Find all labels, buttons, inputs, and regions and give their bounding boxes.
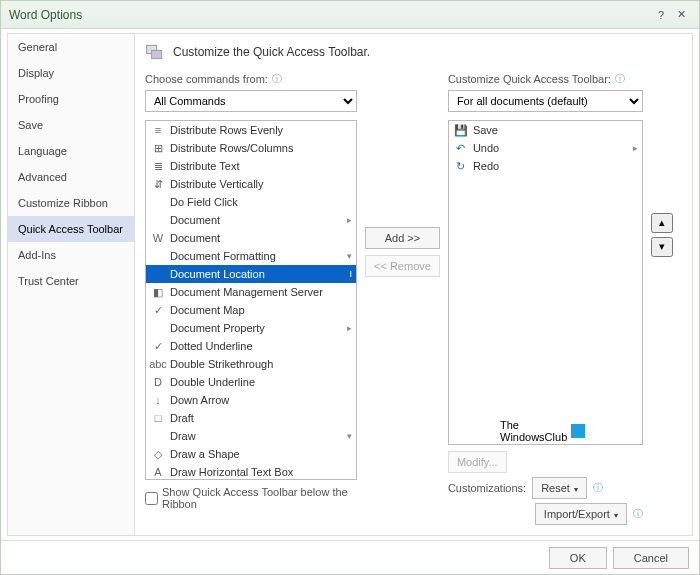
move-up-button[interactable]: ▴ [651,213,673,233]
sidebar-item-add-ins[interactable]: Add-Ins [8,242,134,268]
commands-list[interactable]: ≡Distribute Rows Evenly⊞Distribute Rows/… [145,120,357,480]
item-label: Document [170,214,220,226]
list-item[interactable]: ↓Down Arrow [146,391,356,409]
dialog-footer: OK Cancel [1,540,699,574]
item-icon: □ [150,411,166,425]
info-icon[interactable]: ⓘ [593,481,603,495]
item-icon: abc [150,357,166,371]
list-item[interactable]: WDocument [146,229,356,247]
reset-button[interactable]: Reset [532,477,587,499]
item-icon [150,249,166,263]
item-label: Double Underline [170,376,255,388]
sidebar-item-trust-center[interactable]: Trust Center [8,268,134,294]
show-below-ribbon-input[interactable] [145,492,158,505]
item-icon: ≣ [150,159,166,173]
sidebar-item-general[interactable]: General [8,34,134,60]
list-item[interactable]: ✓Document Map [146,301,356,319]
item-label: Distribute Rows/Columns [170,142,293,154]
panel-heading: Customize the Quick Access Toolbar. [173,45,370,59]
list-item[interactable]: Document Formatting▾ [146,247,356,265]
list-item[interactable]: ↶Undo▸ [449,139,642,157]
list-item[interactable]: ◇Draw a Shape [146,445,356,463]
item-icon: 💾 [453,123,469,137]
sidebar-item-display[interactable]: Display [8,60,134,86]
list-item[interactable]: ADraw Horizontal Text Box [146,463,356,480]
list-item[interactable]: ✓Dotted Underline [146,337,356,355]
item-icon [150,195,166,209]
word-options-window: Word Options ? ✕ GeneralDisplayProofingS… [0,0,700,575]
sidebar-item-proofing[interactable]: Proofing [8,86,134,112]
item-label: Draw Horizontal Text Box [170,466,293,478]
item-label: Undo [473,142,499,154]
item-icon: D [150,375,166,389]
list-item[interactable]: Document▸ [146,211,356,229]
list-item[interactable]: □Draft [146,409,356,427]
ok-button[interactable]: OK [549,547,607,569]
list-item[interactable]: ◧Document Management Server [146,283,356,301]
modify-button[interactable]: Modify... [448,451,507,473]
item-icon [150,213,166,227]
info-icon[interactable]: ⓘ [272,72,282,86]
svg-rect-1 [152,50,162,58]
item-label: Document Location [170,268,265,280]
item-label: Save [473,124,498,136]
item-label: Down Arrow [170,394,229,406]
item-icon [150,321,166,335]
item-label: Document [170,232,220,244]
item-icon [150,267,166,281]
item-label: Do Field Click [170,196,238,208]
add-remove-col: Add >> << Remove [365,72,440,432]
item-icon: ↻ [453,159,469,173]
list-item[interactable]: ≣Distribute Text [146,157,356,175]
item-icon: ◇ [150,447,166,461]
help-button[interactable]: ? [651,9,671,21]
remove-button[interactable]: << Remove [365,255,440,277]
watermark-square-icon [571,424,585,438]
submenu-indicator-icon: ▾ [347,431,352,441]
list-item[interactable]: Document Property▸ [146,319,356,337]
info-icon[interactable]: ⓘ [615,72,625,86]
sidebar-item-customize-ribbon[interactable]: Customize Ribbon [8,190,134,216]
list-item[interactable]: ≡Distribute Rows Evenly [146,121,356,139]
list-item[interactable]: DDouble Underline [146,373,356,391]
cancel-button[interactable]: Cancel [613,547,689,569]
sidebar-item-advanced[interactable]: Advanced [8,164,134,190]
list-item[interactable]: 💾Save [449,121,642,139]
list-item[interactable]: abcDouble Strikethrough [146,355,356,373]
list-item[interactable]: Draw▾ [146,427,356,445]
item-label: Document Property [170,322,265,334]
customize-qat-dropdown[interactable]: For all documents (default) [448,90,643,112]
item-icon: ✓ [150,303,166,317]
add-button[interactable]: Add >> [365,227,440,249]
sidebar-item-quick-access-toolbar[interactable]: Quick Access Toolbar [8,216,134,242]
sidebar-item-save[interactable]: Save [8,112,134,138]
item-icon: ↶ [453,141,469,155]
window-title: Word Options [9,8,82,22]
choose-commands-dropdown[interactable]: All Commands [145,90,357,112]
item-label: Draw a Shape [170,448,240,460]
info-icon[interactable]: ⓘ [633,507,643,521]
item-label: Distribute Vertically [170,178,264,190]
list-item[interactable]: Document LocationI [146,265,356,283]
watermark: The WindowsClub [500,419,585,443]
submenu-indicator-icon: ▸ [347,323,352,333]
list-item[interactable]: ⇵Distribute Vertically [146,175,356,193]
list-item[interactable]: ↻Redo [449,157,642,175]
close-button[interactable]: ✕ [671,8,691,21]
item-label: Double Strikethrough [170,358,273,370]
category-sidebar: GeneralDisplayProofingSaveLanguageAdvanc… [7,33,135,536]
item-icon: ⊞ [150,141,166,155]
choose-commands-col: Choose commands from:ⓘ All Commands ≡Dis… [145,72,357,514]
qat-list[interactable]: 💾Save↶Undo▸↻Redo [448,120,643,445]
import-export-button[interactable]: Import/Export [535,503,627,525]
show-below-ribbon-checkbox[interactable]: Show Quick Access Toolbar below the Ribb… [145,486,357,510]
item-label: Document Formatting [170,250,276,262]
move-down-button[interactable]: ▾ [651,237,673,257]
modify-row: Modify... [448,451,643,473]
item-label: Dotted Underline [170,340,253,352]
list-item[interactable]: Do Field Click [146,193,356,211]
sidebar-item-language[interactable]: Language [8,138,134,164]
list-item[interactable]: ⊞Distribute Rows/Columns [146,139,356,157]
item-icon: ✓ [150,339,166,353]
item-label: Draft [170,412,194,424]
